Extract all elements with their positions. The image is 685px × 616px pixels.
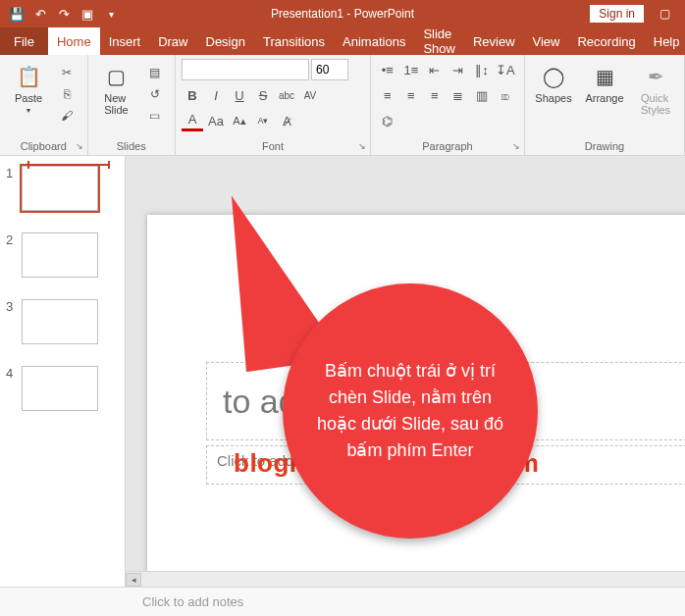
paste-icon: 📋 — [15, 63, 42, 90]
tab-help[interactable]: Help — [645, 27, 685, 55]
tab-design[interactable]: Design — [197, 27, 254, 55]
title-bar: 💾 ↶ ↷ ▣ ▾ Presentation1 - PowerPoint Sig… — [0, 0, 685, 27]
av-button[interactable]: AV — [299, 84, 321, 106]
clear-format-icon[interactable]: A̷ — [276, 110, 297, 131]
quick-styles-icon: ✒ — [642, 63, 669, 90]
align-text-icon[interactable]: ⎄ — [495, 84, 516, 106]
shapes-icon: ◯ — [540, 63, 567, 90]
thumbnail-row[interactable]: 3 — [6, 299, 117, 344]
thumbnail-row[interactable]: 4 — [6, 366, 117, 411]
bold-button[interactable]: B — [182, 84, 203, 106]
grow-font-icon[interactable]: A▴ — [229, 110, 250, 131]
font-family-select[interactable] — [182, 59, 309, 80]
slide-thumbnail-pane[interactable]: 1 2 3 4 — [0, 156, 126, 587]
save-icon[interactable]: 💾 — [6, 3, 27, 25]
tab-view[interactable]: View — [524, 27, 569, 55]
numbering-icon[interactable]: 1≡ — [400, 59, 422, 80]
tab-insert[interactable]: Insert — [100, 27, 150, 55]
indent-dec-icon[interactable]: ⇤ — [424, 59, 446, 80]
undo-icon[interactable]: ↶ — [29, 3, 51, 25]
tab-home[interactable]: Home — [48, 27, 100, 55]
change-case-button[interactable]: Aa — [205, 110, 227, 131]
align-center-icon[interactable]: ≡ — [400, 84, 422, 106]
char-spacing-button[interactable]: abc — [276, 84, 297, 106]
ribbon-display-icon[interactable]: ▢ — [654, 3, 675, 25]
columns-icon[interactable]: ▥ — [471, 84, 493, 106]
slide-thumbnail-4[interactable] — [22, 366, 98, 411]
tab-animations[interactable]: Animations — [334, 27, 414, 55]
line-spacing-icon[interactable]: ‖↕ — [471, 59, 493, 80]
slide-thumbnail-2[interactable] — [22, 232, 98, 278]
qat-customize-icon[interactable]: ▾ — [100, 3, 122, 25]
text-direction-icon[interactable]: ↧A — [495, 59, 516, 80]
notes-pane[interactable]: Click to add notes — [0, 587, 685, 616]
thumb-number: 2 — [6, 232, 16, 247]
tab-review[interactable]: Review — [464, 27, 524, 55]
group-drawing-label: Drawing — [585, 140, 624, 152]
indent-inc-icon[interactable]: ⇥ — [448, 59, 469, 80]
shapes-button[interactable]: ◯ Shapes — [531, 59, 576, 104]
font-size-select[interactable] — [311, 59, 348, 80]
paragraph-dialog-icon[interactable]: ↘ — [512, 141, 520, 151]
new-slide-icon: ▢ — [103, 63, 131, 90]
reset-icon[interactable]: ↺ — [145, 84, 165, 104]
bullets-icon[interactable]: •≡ — [377, 59, 398, 80]
signin-button[interactable]: Sign in — [590, 5, 644, 23]
font-dialog-icon[interactable]: ↘ — [358, 141, 366, 151]
start-show-icon[interactable]: ▣ — [77, 3, 98, 25]
window-title: Presentation1 - PowerPoint — [271, 7, 414, 21]
convert-smartart-icon[interactable]: ⌬ — [377, 110, 398, 131]
clipboard-dialog-icon[interactable]: ↘ — [76, 141, 83, 151]
slide-thumbnail-3[interactable] — [22, 299, 98, 344]
shrink-font-icon[interactable]: A▾ — [252, 110, 274, 131]
paste-button[interactable]: 📋 Paste ▾ — [6, 59, 51, 115]
group-paragraph-label: Paragraph — [422, 140, 472, 152]
strike-button[interactable]: S — [252, 84, 274, 106]
quick-styles-button[interactable]: ✒ Quick Styles — [633, 59, 678, 116]
callout-text: Bấm chuột trái ở vị trí chèn Slide, nằm … — [312, 358, 508, 464]
thumb-number: 4 — [6, 366, 16, 381]
group-font-label: Font — [262, 140, 284, 152]
italic-button[interactable]: I — [205, 84, 227, 106]
instruction-callout: Bấm chuột trái ở vị trí chèn Slide, nằm … — [283, 283, 538, 539]
tab-slideshow[interactable]: Slide Show — [414, 27, 464, 55]
new-slide-button[interactable]: ▢ New Slide — [94, 59, 139, 116]
align-right-icon[interactable]: ≡ — [424, 84, 446, 106]
redo-icon[interactable]: ↷ — [53, 3, 75, 25]
thumb-number: 3 — [6, 299, 16, 314]
scroll-left-icon[interactable]: ◂ — [126, 573, 141, 587]
thumb-number: 1 — [6, 166, 16, 180]
insertion-indicator — [27, 164, 110, 166]
slide-edit-area[interactable]: to add title Click to add subtitle blogk… — [126, 156, 685, 587]
justify-icon[interactable]: ≣ — [448, 84, 469, 106]
thumbnail-row[interactable]: 2 — [6, 232, 117, 278]
notes-placeholder: Click to add notes — [142, 594, 243, 609]
horizontal-scrollbar[interactable]: ◂ — [126, 571, 685, 587]
format-painter-icon[interactable]: 🖌 — [57, 106, 77, 126]
tab-draw[interactable]: Draw — [149, 27, 196, 55]
tab-transitions[interactable]: Transitions — [254, 27, 334, 55]
arrange-button[interactable]: ▦ Arrange — [582, 59, 627, 104]
group-clipboard-label: Clipboard — [21, 140, 67, 152]
cut-icon[interactable]: ✂ — [57, 63, 77, 82]
slide-thumbnail-1[interactable] — [22, 166, 98, 211]
font-color-icon[interactable]: A — [182, 110, 203, 131]
thumbnail-row[interactable]: 1 — [6, 166, 117, 211]
group-slides-label: Slides — [117, 140, 146, 152]
section-icon[interactable]: ▭ — [145, 106, 165, 126]
layout-icon[interactable]: ▤ — [145, 63, 165, 82]
tab-recording[interactable]: Recording — [568, 27, 644, 55]
arrange-icon: ▦ — [591, 63, 618, 90]
underline-button[interactable]: U — [229, 84, 250, 106]
ribbon: 📋 Paste ▾ ✂ ⎘ 🖌 Clipboard↘ ▢ New Slide ▤… — [0, 55, 685, 156]
align-left-icon[interactable]: ≡ — [377, 84, 398, 106]
workspace: 1 2 3 4 to add title Click to add subtit… — [0, 156, 685, 587]
copy-icon[interactable]: ⎘ — [57, 84, 77, 104]
ribbon-tabs: File Home Insert Draw Design Transitions… — [0, 27, 685, 55]
tab-file[interactable]: File — [0, 27, 48, 55]
